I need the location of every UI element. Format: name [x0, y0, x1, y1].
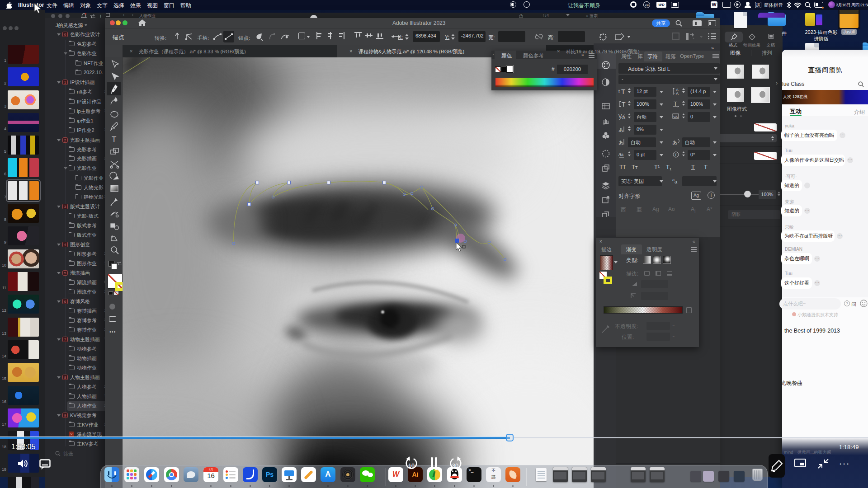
svg-text:T: T	[675, 153, 677, 157]
svg-text:T: T	[674, 100, 677, 107]
svg-text:VA: VA	[673, 115, 678, 119]
svg-text:t: t	[618, 89, 620, 94]
svg-text:あ: あ	[618, 140, 623, 145]
svg-text:あ: あ	[618, 127, 623, 132]
svg-text:T: T	[622, 101, 626, 108]
svg-text:T: T	[621, 88, 625, 95]
svg-text:A: A	[676, 91, 679, 95]
svg-text:T: T	[112, 135, 116, 144]
svg-text:Aa: Aa	[618, 152, 623, 157]
svg-text:あ: あ	[672, 140, 677, 145]
svg-text:A: A	[622, 115, 626, 120]
svg-text:V: V	[618, 113, 622, 119]
